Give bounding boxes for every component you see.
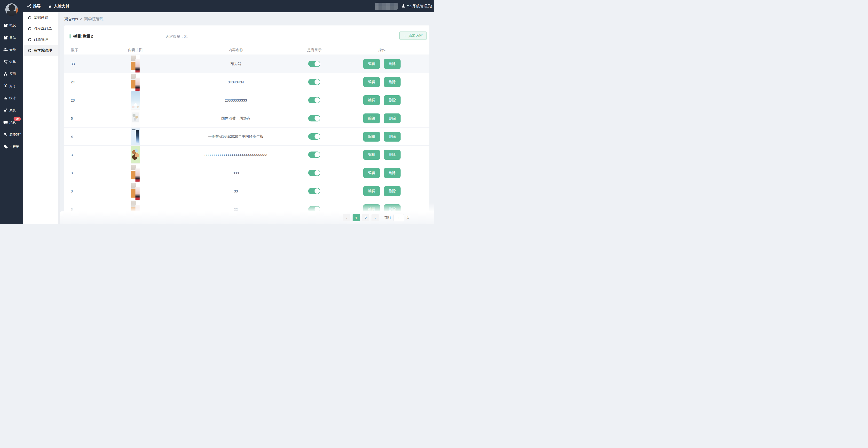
share-icon (27, 4, 31, 8)
submenu-item-label: 基础设置 (34, 16, 48, 20)
toggle-knob (314, 79, 320, 85)
sidebar-item-system[interactable]: 系统 (0, 104, 23, 116)
box-icon (3, 35, 8, 40)
main-content: 聚合cps > 商学院管理 栏目:栏目2 内容数量：21 ＋ 添加内容 排序 内… (60, 12, 434, 224)
topbar-item-face-pay[interactable]: 人脸支付 (48, 4, 69, 9)
visibility-toggle[interactable] (308, 133, 320, 140)
sidebar-item-products[interactable]: 商品 (0, 31, 23, 43)
table-row: 4 一图带你读懂2020年中国经济年报 编辑 删除 (64, 127, 429, 146)
content-thumbnail (131, 110, 140, 127)
edit-button[interactable]: 编辑 (363, 114, 380, 123)
user-menu[interactable]: YZ(系统管理员) (401, 4, 432, 9)
sidebar-item-statistics[interactable]: 统计 (0, 92, 23, 104)
sidebar-item-apps[interactable]: 应用 (0, 68, 23, 80)
table-row: 3 3333333333333333333333333333333 编辑 删除 (64, 146, 429, 164)
row-sort-value: 33 (64, 62, 94, 66)
row-content-name: 国内消费一周热点 (177, 116, 294, 121)
visibility-toggle[interactable] (308, 97, 320, 103)
toggle-knob (314, 134, 320, 139)
visibility-toggle[interactable] (308, 61, 320, 67)
sidebar-item-messages[interactable]: 消息 60 (0, 116, 23, 128)
submenu-item-label: 商学院管理 (34, 48, 52, 53)
edit-button[interactable]: 编辑 (363, 95, 380, 105)
visibility-toggle[interactable] (308, 115, 320, 121)
goto-page: 前往 页 (384, 214, 410, 221)
sidebar-item-finance[interactable]: ¥ 财务 (0, 80, 23, 92)
cubes-icon (3, 72, 8, 76)
main-sidebar: 概况 商品 会员 订单 应用 ¥ 财务 统计 系统 (0, 0, 23, 224)
sidebar-item-overview[interactable]: 概况 (0, 20, 23, 31)
sub-sidebar: 基础设置 必应鸟订单 订单管理 商学院管理 (23, 12, 60, 224)
visibility-toggle[interactable] (308, 79, 320, 85)
wechat-icon (3, 145, 8, 149)
submenu-item-order-management[interactable]: 订单管理 (23, 34, 60, 45)
yen-icon: ¥ (3, 84, 8, 88)
table-row: 33 额为翁 编辑 删除 (64, 55, 429, 73)
delete-button[interactable]: 删除 (384, 186, 401, 196)
edit-button[interactable]: 编辑 (363, 168, 380, 178)
content-thumbnail (131, 182, 140, 200)
table-row: 3 333 编辑 删除 (64, 164, 429, 182)
gavel-icon (3, 132, 8, 137)
topbar-item-label: 推客 (33, 4, 41, 9)
content-thumbnail (131, 73, 140, 91)
row-sort-value: 23 (64, 98, 94, 102)
toggle-knob (314, 207, 320, 212)
edit-button[interactable]: 编辑 (363, 132, 380, 142)
delete-button[interactable]: 删除 (384, 114, 401, 123)
edit-button[interactable]: 编辑 (363, 59, 380, 69)
sidebar-item-label: 装修DIY (9, 132, 21, 137)
sidebar-item-label: 概况 (9, 23, 16, 28)
prev-page-button[interactable]: ‹ (343, 214, 350, 221)
sidebar-item-diy[interactable]: 装修DIY (0, 128, 23, 141)
goto-page-input[interactable] (394, 214, 404, 221)
visibility-toggle[interactable] (308, 188, 320, 194)
topbar-menu: 推客 人脸支付 (27, 4, 69, 9)
sidebar-item-label: 小程序 (9, 145, 19, 149)
row-content-name: 333 (177, 171, 294, 175)
submenu-item-basic-settings[interactable]: 基础设置 (23, 12, 60, 23)
redacted-text-block (375, 3, 398, 10)
circle-icon (28, 49, 31, 52)
sidebar-item-miniprogram[interactable]: 小程序 (0, 141, 23, 153)
user-icon (401, 4, 405, 9)
delete-button[interactable]: 删除 (384, 95, 401, 105)
row-sort-value: 3 (64, 153, 94, 157)
sidebar-item-members[interactable]: 会员 (0, 43, 23, 56)
delete-button[interactable]: 删除 (384, 168, 401, 178)
avatar[interactable] (5, 3, 18, 16)
topbar-item-tuike[interactable]: 推客 (27, 4, 41, 9)
users-icon (3, 48, 8, 52)
sidebar-item-orders[interactable]: 订单 (0, 56, 23, 68)
cart-icon (3, 60, 8, 64)
delete-button[interactable]: 删除 (384, 150, 401, 160)
toggle-knob (314, 188, 320, 194)
circle-icon (28, 38, 31, 41)
sidebar-item-label: 财务 (9, 84, 16, 88)
row-sort-value: 3 (64, 171, 94, 175)
row-content-name: 33 (177, 189, 294, 193)
circle-icon (28, 16, 31, 20)
submenu-item-bird-orders[interactable]: 必应鸟订单 (23, 23, 60, 34)
next-page-button[interactable]: › (371, 214, 379, 221)
sidebar-item-label: 商品 (9, 35, 16, 40)
column-header-name: 内容名称 (177, 48, 294, 52)
page-button-1[interactable]: 1 (352, 214, 360, 221)
page-button-2[interactable]: 2 (362, 214, 369, 221)
breadcrumb-item[interactable]: 聚合cps (64, 17, 78, 22)
delete-button[interactable]: 删除 (384, 59, 401, 69)
visibility-toggle[interactable] (308, 170, 320, 176)
edit-button[interactable]: 编辑 (363, 186, 380, 196)
content-panel: 栏目:栏目2 内容数量：21 ＋ 添加内容 排序 内容主图 内容名称 是否显示 … (64, 26, 429, 224)
submenu-item-business-school[interactable]: 商学院管理 (23, 45, 60, 56)
panel-title-text: 栏目:栏目2 (73, 33, 93, 39)
submenu-item-label: 订单管理 (34, 37, 48, 42)
add-content-button[interactable]: ＋ 添加内容 (399, 31, 427, 40)
edit-button[interactable]: 编辑 (363, 150, 380, 160)
toggle-knob (314, 152, 320, 157)
delete-button[interactable]: 删除 (384, 77, 401, 87)
visibility-toggle[interactable] (308, 151, 320, 158)
delete-button[interactable]: 删除 (384, 132, 401, 142)
edit-button[interactable]: 编辑 (363, 77, 380, 87)
row-content-name: 额为翁 (177, 62, 294, 66)
